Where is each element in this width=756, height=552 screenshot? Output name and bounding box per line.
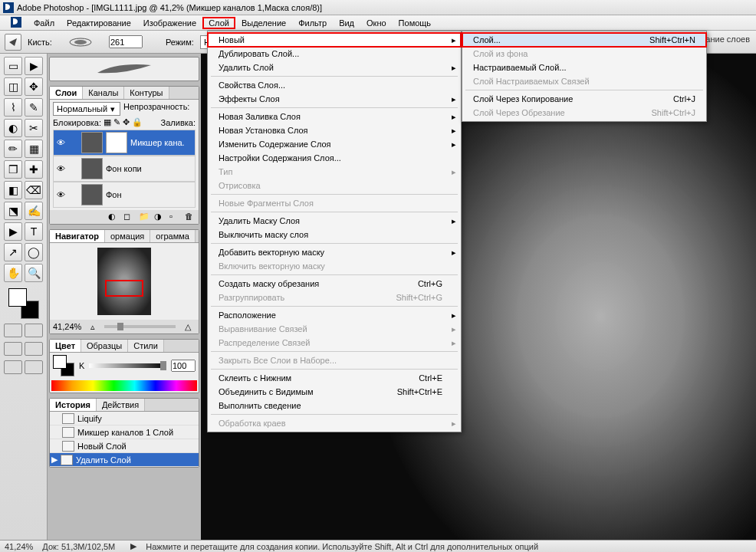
history-item[interactable]: ▶Удалить Слой <box>50 453 199 467</box>
lock-paint-icon[interactable]: ✎ <box>113 117 120 127</box>
menu-item[interactable]: Новый▸ <box>208 33 461 47</box>
tool-12[interactable]: ◧ <box>4 181 22 199</box>
menu-item[interactable]: Дублировать Слой... <box>208 47 461 61</box>
lock-move-icon[interactable]: ✥ <box>123 117 130 127</box>
menu-item[interactable]: Удалить Слой▸ <box>208 61 461 74</box>
menu-edit[interactable]: Редактирование <box>61 17 137 29</box>
tool-8[interactable]: ✏ <box>4 140 22 158</box>
jump-to-2[interactable] <box>25 360 43 374</box>
tab-actions[interactable]: Действия <box>97 399 145 411</box>
tab-info[interactable]: ормация <box>105 230 150 242</box>
menu-file[interactable]: Файл <box>28 17 61 29</box>
tool-17[interactable]: T <box>25 222 43 241</box>
menu-select[interactable]: Выделение <box>235 17 292 29</box>
tool-19[interactable]: ◯ <box>25 243 43 261</box>
tab-layers[interactable]: Слои <box>50 87 83 99</box>
app-menu-icon[interactable] <box>5 15 28 31</box>
submenu-item[interactable]: Настраиваемый Слой... <box>462 61 706 74</box>
submenu-item[interactable]: Слой...Shift+Ctrl+N <box>462 33 706 47</box>
menu-item[interactable]: Расположение▸ <box>208 308 461 322</box>
color-ramp[interactable] <box>51 380 197 391</box>
menu-item[interactable]: Добавить векторную маску▸ <box>208 245 461 259</box>
eye-icon[interactable]: 👁 <box>55 138 66 147</box>
tab-navigator[interactable]: Навигатор <box>50 230 105 242</box>
menu-item[interactable]: Изменить Содержание Слоя▸ <box>208 137 461 151</box>
tool-3[interactable]: ✥ <box>25 77 43 96</box>
tool-7[interactable]: ✂ <box>25 119 43 137</box>
menu-item[interactable]: Настройки Содержания Слоя... <box>208 151 461 165</box>
fg-color-swatch[interactable] <box>8 288 27 307</box>
zoom-out-icon[interactable]: ▵ <box>90 322 95 332</box>
tab-history[interactable]: История <box>50 399 97 411</box>
tool-18[interactable]: ↗ <box>4 243 22 261</box>
menu-help[interactable]: Помощь <box>393 17 438 29</box>
tool-14[interactable]: ⬔ <box>4 202 22 220</box>
menu-image[interactable]: Изображение <box>137 17 202 29</box>
tool-0[interactable]: ▭ <box>4 57 22 75</box>
history-item[interactable]: Liquify <box>50 412 199 426</box>
menu-item[interactable]: Новая Установка Слоя▸ <box>208 123 461 137</box>
menu-item[interactable]: Свойства Слоя... <box>208 78 461 92</box>
navigator-thumbnail[interactable] <box>97 248 151 315</box>
menu-view[interactable]: Вид <box>333 17 360 29</box>
tool-15[interactable]: ✍ <box>25 202 43 220</box>
tool-10[interactable]: ❒ <box>4 160 22 179</box>
layer-mask-icon[interactable]: ◻ <box>123 212 134 222</box>
k-slider[interactable] <box>89 363 166 368</box>
menu-item[interactable]: Создать маску обрезанияCtrl+G <box>208 277 461 291</box>
screenmode-2[interactable] <box>25 342 43 356</box>
submenu-item[interactable]: Слой Через КопированиеCtrl+J <box>462 92 706 106</box>
menu-item[interactable]: Эффекты Слоя▸ <box>208 92 461 106</box>
quickmask-on[interactable] <box>25 324 43 337</box>
layer-row[interactable]: 👁Микшер кана. <box>53 130 196 156</box>
layer-row[interactable]: 👁Фон <box>53 182 196 208</box>
blend-mode-select[interactable]: Нормальный▾ <box>53 102 120 116</box>
layer-row[interactable]: 👁Фон копи <box>53 156 196 182</box>
tool-13[interactable]: ⌫ <box>25 181 43 199</box>
brush-size-input[interactable] <box>109 35 143 48</box>
tool-2[interactable]: ◫ <box>4 77 22 96</box>
lock-transparency-icon[interactable]: ▦ <box>104 117 111 127</box>
tool-5[interactable]: ✎ <box>25 98 43 117</box>
menu-item[interactable]: Склеить с НижнимCtrl+E <box>208 371 461 385</box>
zoom-slider[interactable] <box>104 325 176 328</box>
tool-1[interactable]: ▶ <box>25 57 43 75</box>
menu-item[interactable]: Выполнить сведение <box>208 399 461 412</box>
history-item[interactable]: Новый Слой <box>50 439 199 453</box>
menu-item[interactable]: Удалить Маску Слоя▸ <box>208 214 461 228</box>
tool-4[interactable]: ⌇ <box>4 98 22 117</box>
tab-color[interactable]: Цвет <box>50 340 81 352</box>
new-layer-icon[interactable]: ▫ <box>169 212 180 222</box>
screenmode-1[interactable] <box>4 342 22 356</box>
menu-filter[interactable]: Фильтр <box>292 17 333 29</box>
color-swatches[interactable] <box>8 288 39 319</box>
tab-channels[interactable]: Каналы <box>83 87 124 99</box>
tool-11[interactable]: ✚ <box>25 160 43 179</box>
menu-item[interactable]: Новая Заливка Слоя▸ <box>208 110 461 123</box>
jump-to-1[interactable] <box>4 360 22 374</box>
eye-icon[interactable]: 👁 <box>55 164 66 173</box>
new-set-icon[interactable]: 📁 <box>139 212 150 222</box>
menu-item[interactable]: Выключить маску слоя <box>208 228 461 242</box>
menu-window[interactable]: Окно <box>360 17 393 29</box>
tool-20[interactable]: ✋ <box>4 264 22 282</box>
k-value-input[interactable] <box>171 360 196 372</box>
zoom-in-icon[interactable]: △ <box>185 322 191 332</box>
delete-layer-icon[interactable]: 🗑 <box>185 212 196 222</box>
lock-all-icon[interactable]: 🔒 <box>132 117 143 127</box>
tool-6[interactable]: ◐ <box>4 119 22 137</box>
tab-histogram[interactable]: ограмма <box>150 230 196 242</box>
tool-9[interactable]: ▦ <box>25 140 43 158</box>
tool-21[interactable]: 🔍 <box>25 264 43 282</box>
tool-preset-button[interactable] <box>5 34 21 51</box>
tab-paths[interactable]: Контуры <box>124 87 169 99</box>
eye-icon[interactable]: 👁 <box>55 190 66 199</box>
menu-item[interactable]: Объединить с ВидимымShift+Ctrl+E <box>208 385 461 399</box>
quickmask-off[interactable] <box>4 324 22 337</box>
navigator-viewport-rect[interactable] <box>105 280 143 297</box>
adjustment-layer-icon[interactable]: ◑ <box>154 212 165 222</box>
brush-preview[interactable] <box>58 35 103 49</box>
history-item[interactable]: Микшер каналов 1 Слой <box>50 426 199 439</box>
menu-layer[interactable]: Слой <box>202 17 235 29</box>
tab-styles[interactable]: Стили <box>128 340 164 352</box>
